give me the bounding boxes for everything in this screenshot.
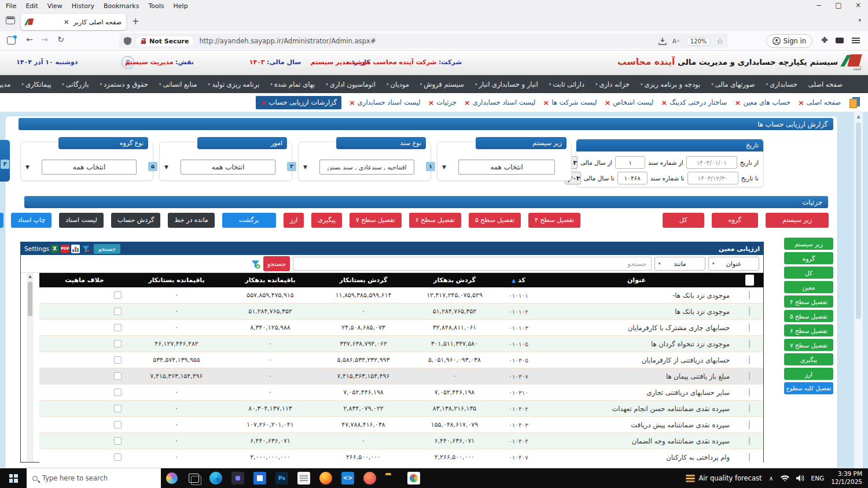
photos-icon[interactable] (403, 468, 425, 488)
contra-nature-checkbox[interactable] (114, 356, 122, 364)
contra-nature-checkbox[interactable] (114, 437, 122, 445)
grid-search-input[interactable] (293, 257, 652, 271)
maximize-icon[interactable]: □ (829, 0, 848, 12)
close-tab-icon[interactable]: × (734, 98, 741, 107)
scroll-thumb[interactable] (28, 282, 32, 316)
edge-icon[interactable] (205, 468, 227, 488)
pdf-export-icon[interactable]: PDF (61, 245, 69, 253)
nav-item[interactable]: صورتهای مالی▾ (711, 80, 755, 88)
column-header-contra[interactable]: خلاف ماهیت (39, 273, 130, 287)
page-tab[interactable]: ساختار درختی کدینگ× (661, 98, 727, 107)
new-tab-button[interactable]: + (132, 16, 139, 27)
documents-stack-icon[interactable] (848, 97, 860, 108)
weather-widget[interactable]: Air quality forecast (686, 474, 762, 482)
table-row[interactable]: مبلغ باز یافتنی پیمان ها۰۱۰۳۰۷۰۷,۴۱۵,۳۶۳… (39, 368, 763, 385)
dropdown-arrow-icon[interactable]: ▼ (25, 164, 30, 170)
doctype-select[interactable] (319, 160, 414, 175)
side-level-button[interactable]: گروه (784, 252, 833, 264)
select-all-checkbox[interactable] (745, 275, 754, 286)
table-row[interactable]: سایر حسابهای دریافتنی تجاری۰۱۰۳۱۰۷,۰۵۲,۴… (39, 385, 763, 401)
action-button[interactable]: تفصیل سطح ۵ (469, 213, 521, 228)
not-secure-chip[interactable]: Not Secure (136, 36, 193, 46)
translate-icon[interactable]: Aa (672, 38, 681, 45)
contra-nature-checkbox[interactable] (114, 291, 122, 299)
table-row[interactable]: سپرده نقدی ضمانتنامه وجه الضمان۰۱۰۴۰۴۶,۴… (39, 433, 763, 449)
nav-item[interactable]: بازرگانی▾ (62, 80, 89, 88)
action-button[interactable]: تفصیل سطح ۴ (528, 213, 580, 228)
row-select-checkbox[interactable] (749, 356, 750, 364)
action-button[interactable]: ارز (284, 213, 304, 228)
action-button[interactable]: گردش حساب (111, 213, 160, 228)
action-button[interactable]: پیگیری (311, 213, 341, 228)
nav-item[interactable]: خزانه داری▾ (595, 80, 630, 88)
nav-item[interactable]: صفحه اصلی (808, 80, 843, 88)
side-level-button[interactable]: تفصیل سطح ۵ (784, 310, 833, 322)
to-doc-field[interactable] (617, 172, 648, 184)
column-header-debit[interactable]: گردش بدهکار (410, 273, 499, 287)
browser-menu-item[interactable]: Tools (148, 2, 164, 10)
action-button[interactable]: کل (663, 213, 704, 228)
action-button[interactable]: تفصیل سطح ۷ (350, 213, 402, 228)
close-tab-icon[interactable]: × (464, 98, 470, 107)
page-zoom-level[interactable]: 120% (686, 37, 711, 46)
table-row[interactable]: موجودی نزد تنخواه گردان ها۰۱۰۱۰۵۳۰۱,۵۱۱,… (39, 336, 763, 352)
close-tab-icon[interactable]: × (543, 98, 549, 107)
scroll-up-icon[interactable]: ▲ (27, 273, 34, 280)
affairs-select[interactable] (181, 160, 275, 175)
nav-item[interactable]: مدیریت پیمان▾ (0, 80, 10, 88)
page-tab[interactable]: جزئیات× (428, 98, 456, 107)
browser-menu-item[interactable]: File (6, 2, 16, 10)
row-select-cell[interactable] (735, 308, 763, 315)
row-select-cell[interactable] (735, 291, 763, 299)
table-row[interactable]: سپرده نقدی ضمانتنامه پیش دریافت۰۱۰۴۰۳۱۵۵… (39, 417, 763, 433)
close-tab-icon[interactable]: × (661, 98, 667, 107)
row-select-checkbox[interactable] (749, 307, 750, 316)
tab-shelf-icon[interactable] (6, 16, 15, 24)
row-select-cell[interactable] (735, 421, 763, 428)
filter-add-icon[interactable] (251, 259, 260, 269)
dropdown-arrow-icon[interactable]: ▼ (164, 164, 168, 170)
notepad-icon[interactable] (293, 468, 315, 488)
page-tab[interactable]: صفحه اصلی× (798, 98, 841, 107)
start-button[interactable] (0, 468, 27, 488)
browser-tab[interactable]: × صفحه اصلی کاربر (21, 14, 126, 30)
nav-item[interactable]: دارائی ثابت▾ (549, 80, 584, 88)
nav-item[interactable]: پیمانکاری▾ (21, 80, 51, 88)
teams-icon[interactable] (227, 468, 249, 488)
row-select-checkbox[interactable] (749, 420, 750, 429)
brave-icon[interactable] (359, 468, 381, 488)
close-tab-icon[interactable]: × (428, 98, 434, 107)
language-indicator[interactable]: ENG (811, 475, 825, 482)
browser-menu-item[interactable]: Edit (25, 2, 38, 10)
search-operator-select[interactable]: مانند ▾ (654, 257, 705, 271)
list-all-tabs-icon[interactable]: ▾ (858, 17, 861, 23)
contra-nature-checkbox[interactable] (114, 324, 122, 331)
mail-icon[interactable] (249, 468, 271, 488)
taskbar-search[interactable]: Type here to search (27, 468, 161, 488)
action-button[interactable]: چاپ روزانه (0, 213, 3, 228)
column-header-code[interactable]: کد ▲ (499, 273, 538, 287)
taskbar-clock[interactable]: 3:39 PM 12/1/2025 (831, 470, 862, 486)
close-tab-icon[interactable]: × (349, 98, 355, 107)
close-tab-icon[interactable]: × (604, 98, 610, 107)
side-level-button[interactable]: ارز (784, 368, 833, 380)
page-tab[interactable]: حساب های معین× (734, 98, 790, 107)
nav-item[interactable]: بودجه و برنامه ریزی▾ (641, 80, 700, 88)
action-button[interactable]: زیر سیستم (766, 213, 829, 228)
row-select-checkbox[interactable] (749, 437, 750, 445)
filter-remove-icon[interactable] (82, 245, 90, 253)
nav-item[interactable]: انبار و حسابداری انبار▾ (475, 80, 538, 88)
forward-button[interactable]: → (38, 35, 51, 44)
dropdown-arrow-icon[interactable]: ▼ (303, 164, 307, 170)
volume-icon[interactable] (796, 475, 804, 482)
action-button[interactable]: مانده در خط (168, 213, 214, 228)
vscode-icon[interactable]: <> (337, 468, 359, 488)
row-select-cell[interactable] (735, 356, 763, 364)
table-row[interactable]: وام پرداختی به کارکنان۰۱۰۴۰۷۲,۲۶۶,۵۰۰,۰۰… (39, 449, 763, 463)
from-date-field[interactable] (686, 156, 737, 169)
scroll-up-icon[interactable]: ▲ (854, 112, 863, 121)
page-tab[interactable]: لیست اشخاص× (604, 98, 653, 107)
sort-ascending-icon[interactable]: ▲ (512, 278, 516, 283)
action-button[interactable]: تفصیل سطح ۶ (409, 213, 461, 228)
tab-close-icon[interactable]: × (62, 18, 71, 26)
